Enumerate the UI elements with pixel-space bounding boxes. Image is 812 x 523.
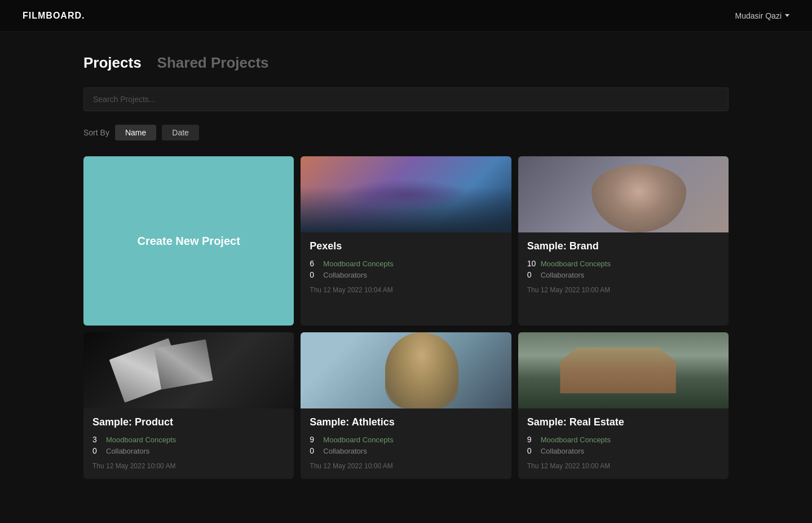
project-thumbnail-realestate (518, 332, 729, 408)
card-info-realestate: Sample: Real Estate 9 Moodboard Concepts… (518, 408, 729, 479)
moodboard-stat-brand: 10 Moodboard Concepts (527, 259, 720, 268)
moodboard-label-realestate: Moodboard Concepts (541, 436, 611, 444)
main-content: Projects Shared Projects Sort By Name Da… (0, 32, 812, 502)
project-thumbnail-brand (518, 156, 729, 232)
collaborator-stat-athletics: 0 Collaborators (310, 446, 502, 455)
collaborator-count-athletics: 0 (310, 446, 319, 455)
collaborator-stat-realestate: 0 Collaborators (527, 446, 720, 455)
sort-name-button[interactable]: Name (115, 125, 156, 140)
card-date-product: Thu 12 May 2022 10:00 AM (92, 462, 285, 470)
project-card-brand[interactable]: Sample: Brand 10 Moodboard Concepts 0 Co… (518, 156, 729, 326)
collaborator-label-pexels: Collaborators (323, 271, 367, 279)
user-name: Mudasir Qazi (735, 11, 782, 20)
moodboard-label-pexels: Moodboard Concepts (323, 260, 393, 268)
project-card-realestate[interactable]: Sample: Real Estate 9 Moodboard Concepts… (518, 332, 729, 479)
collaborator-count-pexels: 0 (310, 270, 319, 279)
card-stats-realestate: 9 Moodboard Concepts 0 Collaborators (527, 435, 720, 455)
collaborator-label-product: Collaborators (106, 447, 149, 455)
moodboard-count-brand: 10 (527, 259, 536, 268)
moodboard-stat-athletics: 9 Moodboard Concepts (310, 435, 502, 444)
project-thumbnail-athletics (301, 332, 511, 408)
card-info-brand: Sample: Brand 10 Moodboard Concepts 0 Co… (518, 232, 729, 303)
card-date-pexels: Thu 12 May 2022 10:04 AM (310, 286, 502, 294)
collaborator-stat-pexels: 0 Collaborators (310, 270, 502, 279)
chevron-down-icon (785, 14, 789, 17)
card-stats-product: 3 Moodboard Concepts 0 Collaborators (92, 435, 285, 455)
project-card-product[interactable]: Sample: Product 3 Moodboard Concepts 0 C… (83, 332, 294, 479)
moodboard-label-product: Moodboard Concepts (106, 436, 176, 444)
card-date-brand: Thu 12 May 2022 10:00 AM (527, 286, 720, 294)
collaborator-stat-product: 0 Collaborators (92, 446, 285, 455)
collaborator-label-brand: Collaborators (541, 271, 584, 279)
user-menu[interactable]: Mudasir Qazi (735, 11, 789, 20)
sort-date-button[interactable]: Date (162, 125, 199, 140)
project-thumbnail-product (83, 332, 294, 408)
moodboard-stat-product: 3 Moodboard Concepts (92, 435, 285, 444)
card-date-realestate: Thu 12 May 2022 10:00 AM (527, 462, 720, 470)
create-project-card[interactable]: Create New Project (83, 156, 294, 326)
moodboard-label-athletics: Moodboard Concepts (323, 436, 393, 444)
card-stats-brand: 10 Moodboard Concepts 0 Collaborators (527, 259, 720, 279)
collaborator-count-product: 0 (92, 446, 102, 455)
card-title-product: Sample: Product (92, 416, 285, 428)
moodboard-label-brand: Moodboard Concepts (541, 260, 611, 268)
collaborator-label-athletics: Collaborators (323, 447, 367, 455)
card-info-pexels: Pexels 6 Moodboard Concepts 0 Collaborat… (301, 232, 511, 303)
card-title-realestate: Sample: Real Estate (527, 416, 720, 428)
tab-shared-projects[interactable]: Shared Projects (157, 54, 269, 72)
moodboard-count-realestate: 9 (527, 435, 536, 444)
tabs-nav: Projects Shared Projects (83, 54, 729, 72)
projects-grid: Create New Project Pexels 6 Moodboard Co… (83, 156, 729, 479)
tab-projects[interactable]: Projects (83, 54, 142, 72)
search-input[interactable] (83, 87, 729, 111)
sort-controls: Sort By Name Date (83, 125, 729, 140)
project-thumbnail-pexels (301, 156, 511, 232)
card-title-pexels: Pexels (310, 240, 502, 252)
moodboard-stat-pexels: 6 Moodboard Concepts (310, 259, 502, 268)
card-title-athletics: Sample: Athletics (310, 416, 502, 428)
moodboard-count-product: 3 (92, 435, 102, 444)
moodboard-count-pexels: 6 (310, 259, 319, 268)
card-stats-athletics: 9 Moodboard Concepts 0 Collaborators (310, 435, 502, 455)
card-title-brand: Sample: Brand (527, 240, 720, 252)
header: FILMBOARD. Mudasir Qazi (0, 0, 812, 32)
moodboard-stat-realestate: 9 Moodboard Concepts (527, 435, 720, 444)
collaborator-count-brand: 0 (527, 270, 536, 279)
card-info-athletics: Sample: Athletics 9 Moodboard Concepts 0… (301, 408, 511, 479)
project-card-athletics[interactable]: Sample: Athletics 9 Moodboard Concepts 0… (301, 332, 511, 479)
sort-label: Sort By (83, 128, 109, 137)
collaborator-count-realestate: 0 (527, 446, 536, 455)
card-info-product: Sample: Product 3 Moodboard Concepts 0 C… (83, 408, 294, 479)
create-project-label: Create New Project (138, 235, 240, 248)
card-stats-pexels: 6 Moodboard Concepts 0 Collaborators (310, 259, 502, 279)
project-card-pexels[interactable]: Pexels 6 Moodboard Concepts 0 Collaborat… (301, 156, 511, 326)
card-date-athletics: Thu 12 May 2022 10:00 AM (310, 462, 502, 470)
collaborator-stat-brand: 0 Collaborators (527, 270, 720, 279)
logo: FILMBOARD. (23, 11, 85, 21)
moodboard-count-athletics: 9 (310, 435, 319, 444)
search-container (83, 87, 729, 111)
collaborator-label-realestate: Collaborators (541, 447, 584, 455)
